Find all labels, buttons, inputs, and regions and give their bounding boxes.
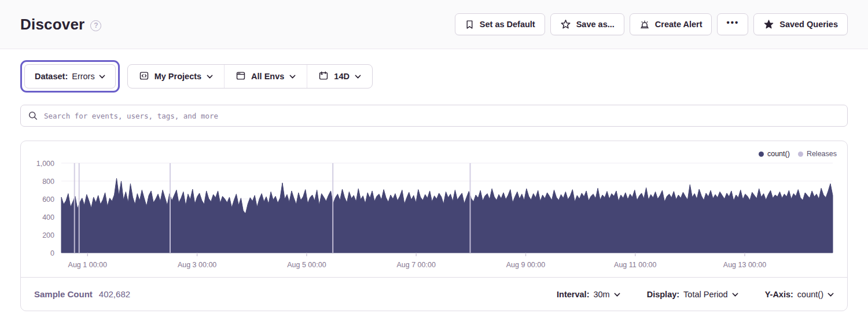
svg-text:Aug 3 00:00: Aug 3 00:00	[178, 261, 216, 269]
chevron-down-icon	[289, 72, 296, 81]
yaxis-label: Y-Axis:	[765, 290, 793, 299]
search-input[interactable]	[20, 105, 848, 127]
environment-selector[interactable]: All Envs	[224, 65, 307, 88]
legend-label-releases: Releases	[807, 150, 837, 158]
set-default-label: Set as Default	[480, 20, 535, 29]
filter-toolbar: Dataset: Errors My Projects	[20, 60, 848, 93]
legend-item-count[interactable]: count()	[759, 150, 790, 158]
search-bar	[20, 105, 848, 127]
siren-icon	[639, 19, 650, 30]
display-dropdown[interactable]: Display: Total Period	[647, 290, 738, 299]
dataset-value: Errors	[72, 72, 94, 81]
project-label: My Projects	[155, 72, 201, 81]
svg-text:200: 200	[42, 231, 54, 239]
svg-text:800: 800	[42, 178, 54, 186]
interval-dropdown[interactable]: Interval: 30m	[557, 290, 620, 299]
search-icon	[28, 110, 38, 123]
chart-region: count() Releases 02004006008001,000Aug 1…	[21, 141, 847, 277]
project-icon	[139, 71, 149, 83]
page-filter-group: My Projects All Envs	[127, 64, 373, 88]
sample-count: Sample Count 402,682	[34, 289, 130, 299]
area-chart: 02004006008001,000Aug 1 00:00Aug 3 00:00…	[21, 141, 847, 277]
set-default-button[interactable]: Set as Default	[455, 13, 545, 35]
project-selector[interactable]: My Projects	[128, 65, 224, 88]
save-as-button[interactable]: Save as...	[550, 13, 624, 35]
chevron-down-icon	[827, 290, 834, 299]
date-range-selector[interactable]: 14D	[307, 65, 372, 88]
save-as-label: Save as...	[576, 20, 615, 29]
header-actions: Set as Default Save as... Create Alert •…	[455, 13, 848, 35]
interval-label: Interval:	[557, 290, 589, 299]
sample-count-value: 402,682	[99, 289, 130, 299]
svg-text:Aug 5 00:00: Aug 5 00:00	[287, 261, 326, 269]
svg-text:600: 600	[42, 195, 54, 204]
yaxis-value: count()	[797, 290, 823, 299]
chart-panel: count() Releases 02004006008001,000Aug 1…	[20, 141, 848, 311]
chevron-down-icon	[355, 72, 361, 81]
svg-text:Aug 13 00:00: Aug 13 00:00	[723, 261, 766, 269]
svg-text:1,000: 1,000	[36, 160, 54, 168]
chevron-down-icon	[207, 72, 213, 81]
more-options-button[interactable]: •••	[717, 13, 748, 35]
create-alert-button[interactable]: Create Alert	[630, 13, 712, 35]
page-header: Discover ? Set as Default Save as...	[0, 0, 868, 49]
chevron-down-icon	[614, 290, 620, 299]
interval-value: 30m	[593, 290, 609, 299]
sample-count-label: Sample Count	[34, 289, 93, 299]
legend-item-releases[interactable]: Releases	[798, 150, 837, 158]
yaxis-dropdown[interactable]: Y-Axis: count()	[765, 290, 834, 299]
display-label: Display:	[647, 290, 679, 299]
star-filled-icon	[763, 19, 774, 30]
create-alert-label: Create Alert	[655, 20, 703, 29]
svg-text:0: 0	[50, 249, 54, 257]
question-circle-icon[interactable]: ?	[90, 20, 101, 31]
svg-text:Aug 11 00:00: Aug 11 00:00	[614, 261, 656, 269]
title-wrap: Discover ?	[20, 16, 101, 34]
date-range-label: 14D	[334, 72, 350, 81]
star-outline-icon	[560, 19, 571, 30]
legend-dot-count	[759, 152, 764, 157]
bookmark-icon	[465, 19, 475, 30]
svg-text:Aug 7 00:00: Aug 7 00:00	[396, 261, 435, 269]
display-value: Total Period	[683, 290, 728, 299]
legend-label-count: count()	[767, 150, 790, 158]
chart-legend: count() Releases	[759, 150, 837, 158]
dataset-highlight-ring: Dataset: Errors	[20, 60, 120, 93]
svg-text:400: 400	[42, 213, 54, 222]
legend-dot-releases	[798, 152, 803, 157]
chevron-down-icon	[99, 72, 105, 81]
saved-queries-label: Saved Queries	[779, 20, 838, 29]
dataset-selector[interactable]: Dataset: Errors	[24, 64, 116, 88]
saved-queries-button[interactable]: Saved Queries	[753, 13, 848, 35]
chevron-down-icon	[732, 290, 738, 299]
environment-label: All Envs	[251, 72, 284, 81]
svg-text:Aug 9 00:00: Aug 9 00:00	[506, 261, 545, 269]
footer-controls: Interval: 30m Display: Total Period Y-Ax…	[557, 290, 834, 299]
page-title: Discover	[20, 16, 84, 34]
chart-panel-footer: Sample Count 402,682 Interval: 30m Displ…	[21, 277, 847, 311]
svg-text:Aug 1 00:00: Aug 1 00:00	[68, 261, 107, 269]
dataset-label: Dataset:	[35, 72, 68, 81]
window-icon	[236, 71, 246, 83]
calendar-icon	[318, 71, 329, 83]
